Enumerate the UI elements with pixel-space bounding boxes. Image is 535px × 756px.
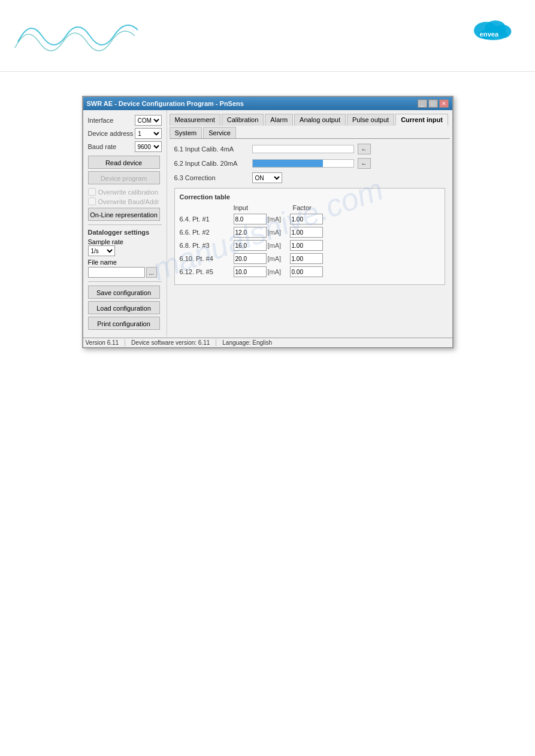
- baud-rate-select[interactable]: 9600 19200 38400: [135, 141, 162, 152]
- overwrite-calibration-row: Overwrite calibration: [88, 188, 162, 196]
- window-body: Interface COM1 COM2 COM3 Device address …: [83, 110, 452, 338]
- tab-service[interactable]: Service: [203, 127, 236, 138]
- row-unit: [mA]: [268, 229, 289, 236]
- correction-row: 6.3 Correction ON OFF: [174, 172, 445, 183]
- left-panel: Interface COM1 COM2 COM3 Device address …: [83, 110, 167, 337]
- calib-4ma-row: 6.1 Input Calib. 4mA ←: [174, 144, 445, 154]
- row-input-1[interactable]: [234, 227, 267, 238]
- row-factor-2[interactable]: [290, 240, 323, 251]
- calib-20ma-button[interactable]: ←: [358, 158, 371, 169]
- row-input-3[interactable]: [234, 253, 267, 264]
- row-label: 6.10. Pt. #4: [180, 255, 234, 262]
- read-device-button[interactable]: Read device: [88, 156, 160, 169]
- device-program-button[interactable]: Device program: [88, 171, 160, 184]
- row-label: 6.12. Pt. #5: [180, 268, 234, 275]
- calib-20ma-label: 6.2 Input Calib. 20mA: [174, 160, 252, 167]
- minimize-button[interactable]: _: [418, 99, 427, 108]
- row-unit: [mA]: [268, 242, 289, 249]
- sample-rate-row: Sample rate 1/s 5/s 10/s: [88, 238, 162, 256]
- overwrite-calibration-label: Overwrite calibration: [98, 189, 158, 196]
- window-title: SWR AE - Device Configuration Program - …: [87, 100, 244, 107]
- file-name-label: File name: [88, 259, 162, 266]
- sample-rate-label: Sample rate: [88, 238, 123, 245]
- row-factor-4[interactable]: [290, 266, 323, 277]
- datalogger-settings-label: Datalogger settings: [88, 229, 162, 236]
- tab-analog-output[interactable]: Analog output: [294, 114, 346, 126]
- version-status: Version 6.11: [86, 339, 126, 346]
- wave-decoration: [12, 12, 144, 61]
- row-label: 6.4. Pt. #1: [180, 215, 234, 223]
- col-factor-header: Factor: [293, 204, 329, 211]
- correction-table-box: Correction table Input Factor 6.4. Pt. #…: [174, 188, 445, 285]
- language-status: Language: English: [222, 339, 278, 346]
- calib-20ma-bar: [252, 159, 354, 168]
- status-bar: Version 6.11 Device software version: 6.…: [83, 338, 452, 347]
- title-bar: SWR AE - Device Configuration Program - …: [83, 97, 452, 110]
- header: envea: [0, 0, 535, 72]
- calib-4ma-label: 6.1 Input Calib. 4mA: [174, 145, 252, 153]
- table-row: 6.12. Pt. #5 [mA]: [180, 266, 440, 277]
- logo: envea: [469, 9, 517, 46]
- print-config-button[interactable]: Print configuration: [88, 317, 160, 330]
- calib-20ma-bar-fill: [253, 160, 324, 167]
- row-input-4[interactable]: [234, 266, 267, 277]
- load-config-button[interactable]: Load configuration: [88, 301, 160, 314]
- window-controls: _ □ ✕: [418, 99, 449, 108]
- right-panel: Measurement Calibration Alarm Analog out…: [167, 110, 452, 338]
- row-unit: [mA]: [268, 215, 289, 223]
- tab-system[interactable]: System: [170, 127, 202, 138]
- row-input-0[interactable]: [234, 214, 267, 224]
- close-button[interactable]: ✕: [439, 99, 449, 108]
- row-unit: [mA]: [268, 268, 289, 275]
- sample-rate-select[interactable]: 1/s 5/s 10/s: [88, 245, 115, 256]
- tab-alarm[interactable]: Alarm: [265, 114, 293, 126]
- app-window: SWR AE - Device Configuration Program - …: [82, 96, 454, 348]
- correction-label: 6.3 Correction: [174, 174, 252, 181]
- maximize-button[interactable]: □: [428, 99, 438, 108]
- interface-select[interactable]: COM1 COM2 COM3: [135, 115, 162, 126]
- overwrite-baud-row: Overwrite Baud/Addr: [88, 198, 162, 205]
- calib-4ma-bar: [252, 145, 354, 153]
- baud-rate-row: Baud rate 9600 19200 38400: [88, 141, 162, 152]
- tab-current-input[interactable]: Current input: [395, 114, 448, 126]
- row-factor-0[interactable]: [290, 214, 323, 224]
- interface-label: Interface: [88, 117, 135, 124]
- save-config-button[interactable]: Save configuration: [88, 286, 160, 299]
- table-row: 6.4. Pt. #1 [mA]: [180, 214, 440, 224]
- file-name-row: File name ...: [88, 259, 162, 278]
- file-name-input[interactable]: [88, 267, 145, 278]
- file-input-row: ...: [88, 267, 162, 278]
- interface-row: Interface COM1 COM2 COM3: [88, 115, 162, 126]
- correction-table-rows: 6.4. Pt. #1 [mA] 6.6. Pt. #2 [mA] 6.8. P…: [180, 214, 440, 277]
- table-row: 6.6. Pt. #2 [mA]: [180, 227, 440, 238]
- tab-pulse-output[interactable]: Pulse output: [347, 114, 394, 126]
- baud-rate-label: Baud rate: [88, 143, 135, 150]
- table-row: 6.8. Pt. #3 [mA]: [180, 240, 440, 251]
- tab-bar: Measurement Calibration Alarm Analog out…: [170, 113, 450, 139]
- device-address-select[interactable]: 1: [135, 128, 161, 139]
- content-area: 6.1 Input Calib. 4mA ← 6.2 Input Calib. …: [170, 139, 450, 290]
- table-header: Input Factor: [180, 204, 440, 211]
- overwrite-calibration-checkbox[interactable]: [88, 188, 96, 196]
- row-factor-1[interactable]: [290, 227, 323, 238]
- correction-select[interactable]: ON OFF: [252, 172, 282, 183]
- calib-4ma-button[interactable]: ←: [358, 144, 371, 154]
- svg-text:envea: envea: [480, 31, 499, 38]
- row-unit: [mA]: [268, 255, 289, 262]
- table-row: 6.10. Pt. #4 [mA]: [180, 253, 440, 264]
- col-input-header: Input: [234, 204, 270, 211]
- overwrite-baud-label: Overwrite Baud/Addr: [98, 198, 159, 205]
- overwrite-baud-checkbox[interactable]: [88, 198, 96, 205]
- device-version-status: Device software version: 6.11: [131, 339, 216, 346]
- online-representation-button[interactable]: On-Line representation: [88, 208, 160, 221]
- device-address-label: Device address: [88, 130, 135, 137]
- tab-measurement[interactable]: Measurement: [170, 114, 220, 126]
- file-browse-button[interactable]: ...: [146, 267, 157, 278]
- calib-20ma-row: 6.2 Input Calib. 20mA ←: [174, 158, 445, 169]
- row-input-2[interactable]: [234, 240, 267, 251]
- row-label: 6.8. Pt. #3: [180, 242, 234, 249]
- correction-table-title: Correction table: [180, 193, 440, 201]
- row-factor-3[interactable]: [290, 253, 323, 264]
- device-address-row: Device address 1: [88, 128, 162, 139]
- tab-calibration[interactable]: Calibration: [222, 114, 264, 126]
